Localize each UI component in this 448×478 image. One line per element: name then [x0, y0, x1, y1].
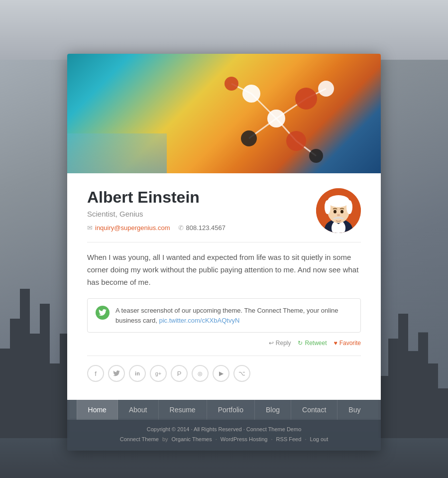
reply-label: Reply: [276, 340, 291, 347]
divider-1: [87, 242, 361, 242]
background-sky: [0, 0, 448, 60]
nav-link-buy[interactable]: Buy: [337, 400, 371, 420]
main-card: Albert Einstein Scientist, Genius ✉ inqu…: [67, 54, 381, 451]
footer-connect-theme-link[interactable]: Connect Theme: [120, 436, 159, 442]
svg-point-24: [340, 210, 343, 214]
nav-item-about: About: [118, 400, 159, 420]
youtube-icon[interactable]: ▶: [213, 365, 229, 382]
social-icons-bar: f in g+ P ◎ ▶ ⌥: [87, 363, 361, 385]
svg-point-13: [318, 81, 334, 97]
instagram-icon[interactable]: ◎: [192, 365, 209, 382]
tweet-text: A teaser screenshot of our upcoming them…: [115, 306, 352, 325]
svg-point-11: [241, 130, 257, 146]
footer-copyright: Copyright © 2014 · All Rights Reserved ·…: [77, 425, 371, 435]
svg-point-14: [309, 149, 323, 163]
nav-link-portfolio[interactable]: Portfolio: [207, 400, 255, 420]
mail-icon: ✉: [87, 224, 93, 232]
nav-items-list: Home About Resume Portfolio Blog Contact…: [77, 400, 372, 420]
twitter-icon[interactable]: [108, 365, 125, 382]
tweet-link[interactable]: pic.twitter.com/cKXbAQtvyN: [159, 317, 239, 324]
nav-item-home: Home: [77, 400, 118, 420]
nav-item-blog: Blog: [255, 400, 291, 420]
nav-link-resume[interactable]: Resume: [159, 400, 207, 420]
footer-organic-themes-link[interactable]: Organic Themes: [172, 436, 212, 442]
googleplus-icon[interactable]: g+: [150, 365, 167, 382]
contact-phone: ✆ 808.123.4567: [178, 224, 226, 232]
svg-point-22: [346, 200, 352, 214]
nav-item-contact: Contact: [291, 400, 337, 420]
footer-rss-link[interactable]: RSS Feed: [276, 436, 302, 442]
navigation-bar: Home About Resume Portfolio Blog Contact…: [67, 400, 381, 420]
nav-link-about[interactable]: About: [118, 400, 159, 420]
contact-line: ✉ inquiry@supergenius.com ✆ 808.123.4567: [87, 224, 225, 232]
profile-quote: When I was young, all I wanted and expec…: [87, 251, 361, 288]
reply-icon: ↩: [269, 340, 274, 347]
github-icon[interactable]: ⌥: [233, 365, 250, 382]
profile-subtitle: Scientist, Genius: [87, 210, 225, 218]
favorite-label: Favorite: [339, 340, 361, 347]
nav-link-blog[interactable]: Blog: [255, 400, 291, 420]
footer-sep3: ·: [305, 436, 306, 442]
card-content: Albert Einstein Scientist, Genius ✉ inqu…: [67, 173, 381, 400]
social-divider: [87, 356, 361, 356]
footer-sep2: ·: [271, 436, 272, 442]
footer-sep1: ·: [216, 436, 217, 442]
retweet-label: Retweet: [305, 340, 327, 347]
footer-by: by: [162, 436, 168, 442]
nav-link-home[interactable]: Home: [77, 400, 118, 420]
tweet-card: A teaser screenshot of our upcoming them…: [87, 298, 361, 333]
profile-section: Albert Einstein Scientist, Genius ✉ inqu…: [87, 188, 361, 233]
nav-item-portfolio: Portfolio: [207, 400, 255, 420]
retweet-icon: ↻: [298, 340, 303, 347]
site-footer: Copyright © 2014 · All Rights Reserved ·…: [67, 420, 381, 451]
nav-link-contact[interactable]: Contact: [291, 400, 337, 420]
svg-point-9: [242, 85, 260, 103]
profile-name: Albert Einstein: [87, 188, 225, 207]
molecule-graphic: [202, 64, 351, 173]
svg-point-10: [286, 131, 306, 151]
contact-email: ✉ inquiry@supergenius.com: [87, 224, 170, 232]
favorite-icon: ♥: [334, 340, 337, 347]
phone-icon: ✆: [178, 224, 184, 232]
svg-point-23: [334, 210, 336, 214]
svg-point-20: [328, 195, 349, 207]
footer-wp-hosting-link[interactable]: WordPress Hosting: [221, 436, 268, 442]
svg-point-7: [267, 110, 285, 127]
avatar: [316, 188, 361, 233]
phone-number: 808.123.4567: [186, 224, 226, 232]
favorite-button[interactable]: ♥ Favorite: [334, 340, 361, 347]
keyboard-hint: [67, 133, 167, 173]
tweet-actions: ↩ Reply ↻ Retweet ♥ Favorite: [87, 337, 361, 349]
facebook-icon[interactable]: f: [87, 365, 104, 382]
tweet-bird-icon: [96, 306, 110, 320]
nav-item-buy: Buy: [337, 400, 371, 420]
nav-item-resume: Resume: [159, 400, 207, 420]
footer-links: Connect Theme by Organic Themes · WordPr…: [77, 435, 371, 445]
footer-logout-link[interactable]: Log out: [310, 436, 329, 442]
svg-point-8: [295, 88, 317, 110]
retweet-button[interactable]: ↻ Retweet: [298, 340, 327, 347]
email-link[interactable]: inquiry@supergenius.com: [95, 224, 170, 232]
svg-point-12: [224, 77, 238, 91]
reply-button[interactable]: ↩ Reply: [269, 340, 291, 347]
linkedin-icon[interactable]: in: [129, 365, 146, 382]
hero-image: [67, 54, 381, 173]
pinterest-icon[interactable]: P: [171, 365, 188, 382]
profile-info: Albert Einstein Scientist, Genius ✉ inqu…: [87, 188, 225, 232]
svg-point-21: [325, 200, 331, 214]
svg-point-25: [337, 214, 340, 216]
